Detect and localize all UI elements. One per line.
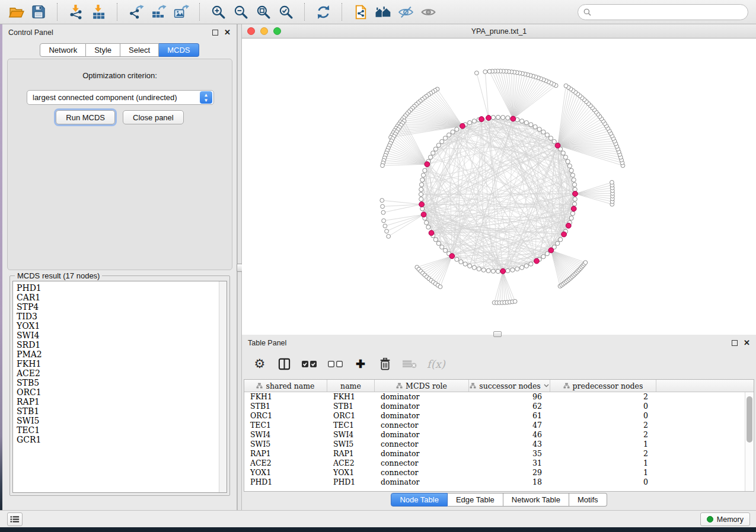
graph-node[interactable]	[559, 238, 563, 242]
graph-node[interactable]	[520, 265, 524, 270]
graph-hub-node[interactable]	[562, 232, 567, 237]
graph-node[interactable]	[501, 116, 505, 120]
graph-hub-node[interactable]	[571, 206, 576, 211]
vertical-splitter[interactable]	[237, 24, 242, 510]
graph-node[interactable]	[468, 264, 472, 268]
graph-hub-node[interactable]	[421, 212, 426, 217]
mcds-result-item[interactable]: STB5	[13, 378, 227, 387]
graph-node[interactable]	[569, 168, 573, 172]
graph-node[interactable]	[572, 178, 576, 182]
graph-node[interactable]	[436, 241, 441, 245]
graph-hub-node[interactable]	[419, 202, 425, 207]
zoom-selected-icon[interactable]	[275, 2, 297, 22]
graph-node[interactable]	[455, 257, 459, 261]
graph-node[interactable]	[511, 268, 515, 272]
graph-hub-node[interactable]	[573, 191, 578, 197]
graph-node[interactable]	[419, 197, 423, 201]
graph-node[interactable]	[419, 187, 423, 191]
mcds-result-item[interactable]: RAP1	[13, 397, 227, 406]
graph-node[interactable]	[381, 164, 385, 168]
refresh-view-icon[interactable]	[312, 2, 334, 22]
delete-row-icon[interactable]	[378, 356, 392, 371]
graph-node[interactable]	[545, 133, 549, 137]
mcds-result-item[interactable]: STP4	[13, 302, 227, 312]
column-header-shared-name[interactable]: shared name	[244, 380, 327, 392]
mcds-result-item[interactable]: TID3	[13, 312, 227, 321]
graph-node[interactable]	[486, 268, 490, 273]
tab-motifs[interactable]: Motifs	[569, 493, 607, 507]
import-network-icon[interactable]	[65, 2, 87, 22]
graph-hub-node[interactable]	[479, 117, 484, 122]
column-header-MCDS-role[interactable]: MCDS role	[375, 380, 469, 392]
float-panel-icon[interactable]	[732, 340, 738, 346]
graph-node[interactable]	[443, 136, 447, 140]
mcds-result-item[interactable]: YOX1	[13, 321, 227, 331]
search-box[interactable]	[578, 4, 748, 20]
graph-hub-node[interactable]	[555, 143, 560, 148]
graph-node[interactable]	[491, 116, 495, 120]
graph-node[interactable]	[419, 192, 423, 196]
graph-node[interactable]	[572, 202, 576, 206]
graph-node[interactable]	[561, 151, 565, 155]
mcds-result-item[interactable]: PMA2	[13, 350, 227, 359]
graph-node[interactable]	[524, 121, 528, 125]
hide-graphics-details-icon[interactable]	[394, 2, 417, 22]
network-from-file-icon[interactable]	[349, 2, 372, 22]
graph-node[interactable]	[420, 207, 425, 211]
tab-mcds[interactable]: MCDS	[159, 43, 199, 57]
mcds-result-item[interactable]: SWI4	[13, 331, 227, 340]
add-row-icon[interactable]: ✚	[353, 356, 368, 371]
show-graphics-details-icon[interactable]	[417, 2, 439, 22]
graph-hub-node[interactable]	[511, 116, 516, 121]
table-row[interactable]: ACE2ACE2connector311	[244, 459, 754, 468]
graph-node[interactable]	[425, 220, 429, 225]
graph-node[interactable]	[387, 235, 391, 239]
mcds-result-item[interactable]: SWI5	[13, 416, 227, 425]
graph-node[interactable]	[529, 123, 533, 127]
zoom-out-icon[interactable]	[229, 2, 252, 22]
graph-node[interactable]	[496, 115, 500, 119]
zoom-in-icon[interactable]	[207, 2, 229, 22]
horizontal-splitter-grip[interactable]	[493, 331, 502, 337]
graph-hub-node[interactable]	[449, 254, 455, 259]
graph-node[interactable]	[463, 262, 467, 266]
tab-style[interactable]: Style	[86, 43, 120, 57]
graph-node[interactable]	[472, 119, 476, 123]
graph-node[interactable]	[385, 229, 389, 233]
tab-network[interactable]: Network	[40, 43, 86, 57]
column-header-name[interactable]: name	[327, 380, 375, 392]
search-input[interactable]	[595, 8, 742, 17]
graph-hub-node[interactable]	[548, 248, 554, 253]
graph-node[interactable]	[455, 127, 459, 132]
export-image-icon[interactable]	[170, 2, 192, 22]
graph-node[interactable]	[572, 182, 576, 187]
select-all-icon[interactable]	[301, 356, 317, 371]
graph-node[interactable]	[515, 267, 519, 271]
graph-node[interactable]	[440, 245, 444, 249]
graph-node[interactable]	[477, 267, 481, 271]
graph-node[interactable]	[548, 136, 553, 140]
table-row[interactable]: SWI4SWI4dominator462	[244, 430, 754, 440]
graph-hub-node[interactable]	[425, 162, 430, 167]
graph-node[interactable]	[563, 155, 567, 159]
table-row[interactable]: FKH1FKH1dominator962	[244, 392, 754, 402]
show-column-icon[interactable]	[277, 356, 291, 371]
mcds-result-item[interactable]: FKH1	[13, 359, 227, 368]
graph-node[interactable]	[533, 124, 537, 129]
float-panel-icon[interactable]	[212, 30, 218, 36]
graph-node[interactable]	[426, 225, 430, 229]
network-graph[interactable]	[242, 39, 756, 334]
export-network-icon[interactable]	[125, 2, 147, 22]
graph-hub-node[interactable]	[486, 116, 492, 121]
table-row[interactable]: ORC1ORC1dominator610	[244, 411, 754, 421]
graph-node[interactable]	[380, 198, 384, 203]
graph-node[interactable]	[428, 155, 432, 159]
graph-node[interactable]	[541, 255, 546, 259]
graph-node[interactable]	[481, 268, 486, 272]
mcds-result-item[interactable]: CAR1	[13, 293, 227, 302]
memory-button[interactable]: Memory	[700, 512, 750, 526]
graph-node[interactable]	[583, 261, 588, 265]
graph-node[interactable]	[529, 262, 533, 266]
mcds-result-item[interactable]: SRD1	[13, 340, 227, 350]
table-row[interactable]: RAP1RAP1dominator352	[244, 449, 754, 459]
